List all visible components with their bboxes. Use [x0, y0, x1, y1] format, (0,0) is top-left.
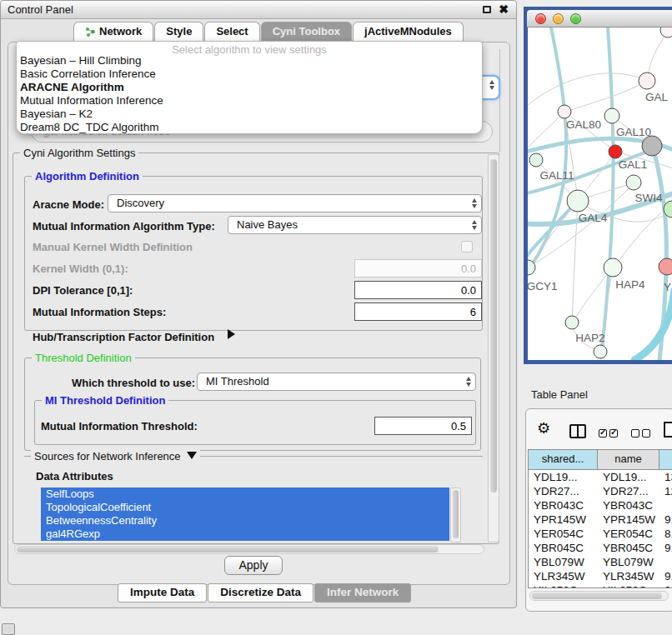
network-node-hap4-node[interactable] — [604, 258, 622, 277]
table-horizontal-scrollbar[interactable] — [529, 591, 669, 601]
manual-kernel-label: Manual Kernel Width Definition — [33, 241, 193, 253]
columns-icon[interactable] — [569, 424, 586, 438]
settings-scrollbar-thumb[interactable] — [490, 159, 497, 492]
kernel-width-input[interactable] — [354, 259, 482, 278]
node-label: GAL1 — [619, 158, 648, 171]
mi-threshold-input[interactable] — [374, 417, 472, 435]
hub-expand-arrow-icon[interactable] — [228, 329, 235, 339]
minimize-traffic-light-icon[interactable] — [553, 13, 564, 24]
deselect-all-checkboxes-icon[interactable] — [631, 428, 653, 440]
algorithm-option[interactable]: Mutual Information Inference — [17, 94, 482, 108]
network-window-titlebar[interactable] — [527, 10, 672, 28]
network-edge[interactable] — [566, 81, 647, 112]
combo-stepper-icon — [466, 377, 471, 387]
table-row[interactable]: YBR043CYBR043C — [529, 498, 672, 512]
network-node-salmon-node[interactable] — [659, 258, 672, 275]
gear-icon[interactable]: ⚙ — [537, 419, 550, 438]
attributes-scrollbar-thumb[interactable] — [453, 490, 459, 538]
algorithm-placeholder: Select algorithm to view settings — [17, 42, 482, 54]
table-row[interactable]: YLR345WYLR345W9. — [529, 569, 672, 583]
export-table-icon[interactable] — [664, 422, 672, 438]
column-header-clipped[interactable] — [659, 450, 672, 469]
tab-impute-data[interactable]: Impute Data — [118, 583, 207, 602]
settings-vertical-scrollbar[interactable] — [488, 154, 499, 542]
combo-stepper-icon — [472, 220, 477, 230]
sources-collapse-arrow-icon[interactable] — [187, 452, 197, 459]
network-node-hap2-node[interactable] — [565, 316, 579, 329]
tab-network[interactable]: Network — [73, 22, 153, 42]
zoom-traffic-light-icon[interactable] — [570, 13, 581, 24]
network-node-swi4-node[interactable] — [626, 175, 641, 190]
table-row[interactable]: YPR145WYPR145W9. — [529, 512, 672, 527]
network-canvas[interactable]: GALGAL80GAL10GAL1GAL11SWI4GAL4GCY1HAP4YH… — [528, 28, 672, 360]
table-cell: 12 — [659, 484, 672, 498]
table-panel: ⚙ shared... name YDL19...YDL19...13YDR27… — [525, 408, 672, 612]
network-node-gal4-node[interactable] — [567, 190, 589, 212]
tab-jactivemnodules[interactable]: jActiveMNodules — [353, 22, 464, 42]
close-traffic-light-icon[interactable] — [535, 13, 546, 24]
settings-horizontal-scrollbar[interactable] — [14, 544, 484, 554]
data-attributes-list: SelfLoopsTopologicalCoefficientBetweenne… — [41, 488, 461, 542]
table-header: shared... name — [529, 450, 672, 470]
network-node-bottom-node[interactable] — [594, 345, 607, 358]
restore-window-icon[interactable] — [483, 6, 491, 13]
attribute-list-item[interactable]: gal4RGexp — [41, 528, 449, 541]
tab-discretize-data[interactable]: Discretize Data — [208, 583, 313, 602]
table-cell: 9. — [659, 569, 672, 583]
aracne-mode-combo[interactable]: Discovery — [108, 194, 482, 212]
column-header-name[interactable]: name — [598, 450, 659, 469]
table-row[interactable]: YIL052CYIL052C0 — [529, 583, 672, 588]
tab-cyni-toolbox[interactable]: Cyni Toolbox — [261, 22, 352, 42]
network-node-top-node[interactable] — [660, 28, 672, 38]
dpi-tolerance-input[interactable] — [354, 281, 482, 299]
attribute-list-item[interactable]: TopologicalCoefficient — [41, 501, 449, 514]
table-row[interactable]: YDL19...YDL19...13 — [529, 470, 672, 484]
mi-type-combo[interactable]: Naive Bayes — [228, 216, 482, 234]
node-label: SWI4 — [634, 192, 662, 204]
network-node-red-node[interactable] — [609, 145, 622, 158]
network-node-gal11-node[interactable] — [529, 153, 543, 167]
tab-select[interactable]: Select — [204, 22, 259, 42]
network-node-gal10-node[interactable] — [604, 108, 619, 123]
algorithm-option[interactable]: Dream8 DC_TDC Algorithm — [17, 121, 482, 134]
node-label: Y — [664, 281, 671, 293]
apply-button[interactable]: Apply — [224, 556, 283, 575]
tab-infer-network[interactable]: Infer Network — [314, 583, 411, 602]
network-node-gal80-node[interactable] — [558, 105, 571, 118]
settings-hscrollbar-thumb[interactable] — [17, 546, 439, 552]
mi-steps-input[interactable] — [354, 302, 482, 321]
table-row[interactable]: YER054CYER054C8. — [529, 527, 672, 541]
table-hscrollbar-thumb[interactable] — [532, 592, 662, 599]
algorithm-list: Bayesian – Hill ClimbingBasic Correlatio… — [17, 54, 482, 134]
table-row[interactable]: YDR27...YDR27...12 — [529, 484, 672, 498]
table-row[interactable]: YBL079WYBL079W — [529, 555, 672, 569]
bottom-tabbar: Impute Data Discretize Data Infer Networ… — [118, 583, 412, 602]
node-label: GAL4 — [579, 212, 608, 224]
control-panel-titlebar[interactable]: Control Panel ✖ — [1, 1, 516, 19]
select-all-checkboxes-icon[interactable] — [599, 428, 620, 440]
algorithm-option[interactable]: Basic Correlation Inference — [17, 68, 482, 81]
column-header-shared-name[interactable]: shared... — [529, 450, 598, 469]
attribute-list-item[interactable]: SelfLoops — [41, 488, 449, 501]
network-edge[interactable] — [528, 73, 647, 109]
table-cell: YPR145W — [529, 512, 598, 527]
attribute-list-item[interactable]: BetweennessCentrality — [41, 514, 449, 528]
node-label: GCY1 — [528, 280, 557, 292]
manual-kernel-checkbox[interactable] — [461, 241, 473, 252]
network-node-pink-node[interactable] — [639, 72, 655, 89]
aracne-mode-label: Aracne Mode: — [33, 198, 104, 211]
control-panel-window: Control Panel ✖ Network Style Select Cyn… — [0, 0, 517, 608]
network-edge[interactable] — [614, 212, 661, 268]
table-rows: YDL19...YDL19...13YDR27...YDR27...12YBR0… — [529, 470, 672, 588]
algorithm-option[interactable]: Bayesian – Hill Climbing — [17, 54, 482, 68]
network-node-gray-node[interactable] — [642, 136, 662, 156]
close-window-icon[interactable]: ✖ — [499, 2, 509, 16]
algorithm-option[interactable]: Bayesian – K2 — [17, 108, 482, 121]
attributes-scrollbar[interactable] — [450, 488, 461, 542]
which-threshold-combo[interactable]: MI Threshold — [197, 372, 476, 391]
attr-rows: SelfLoopsTopologicalCoefficientBetweenne… — [41, 488, 449, 541]
tab-style[interactable]: Style — [154, 22, 203, 42]
table-row[interactable]: YBR045CYBR045C9. — [529, 541, 672, 555]
minimized-panel-icon[interactable] — [2, 623, 15, 635]
algorithm-option[interactable]: ARACNE Algorithm — [17, 81, 482, 94]
